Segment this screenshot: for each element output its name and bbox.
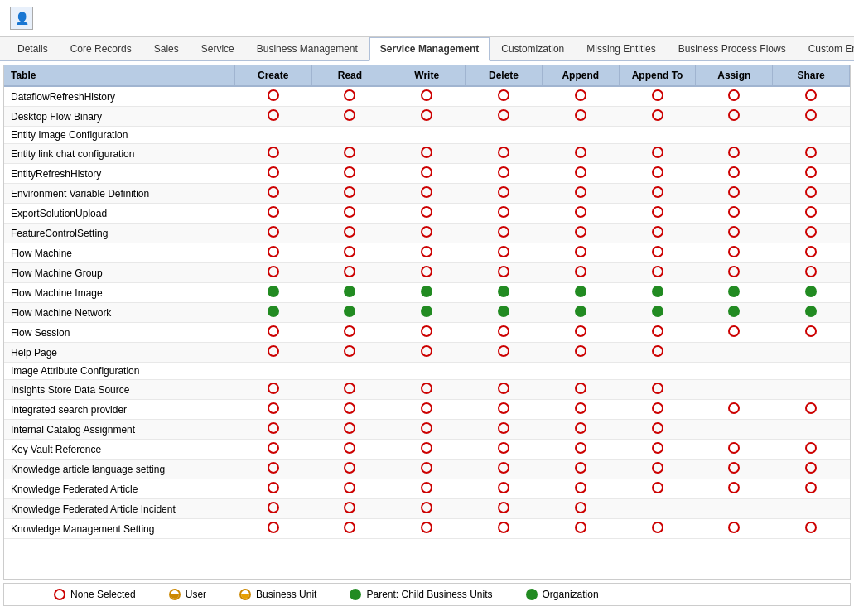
cell-assign[interactable] [696,107,773,127]
cell-append[interactable] [542,519,619,539]
circle-none[interactable] [652,383,663,394]
circle-none[interactable] [652,422,663,434]
cell-create[interactable] [234,164,311,184]
cell-appendTo[interactable] [619,283,696,303]
cell-append[interactable] [542,184,619,204]
circle-none[interactable] [805,522,817,533]
cell-delete[interactable] [466,144,543,164]
cell-create[interactable] [234,440,311,460]
circle-none[interactable] [575,325,586,337]
circle-none[interactable] [728,186,740,198]
cell-delete[interactable] [466,499,543,519]
circle-org[interactable] [268,306,279,317]
circle-none[interactable] [575,206,586,218]
cell-appendTo[interactable] [619,380,696,400]
cell-create[interactable] [234,420,311,440]
cell-appendTo[interactable] [619,184,696,204]
circle-none[interactable] [805,89,817,101]
circle-none[interactable] [575,89,586,101]
circle-none[interactable] [421,522,432,533]
circle-none[interactable] [805,266,817,277]
cell-append[interactable] [542,380,619,400]
circle-none[interactable] [498,226,509,238]
cell-append[interactable] [542,440,619,460]
cell-delete[interactable] [466,263,543,283]
cell-write[interactable] [388,184,466,204]
circle-none[interactable] [268,226,279,238]
cell-create[interactable] [234,343,311,363]
circle-none[interactable] [498,402,509,414]
circle-none[interactable] [805,147,817,158]
circle-none[interactable] [344,482,355,493]
cell-assign[interactable] [696,460,773,479]
circle-none[interactable] [575,422,586,434]
cell-read[interactable] [311,263,388,283]
circle-none[interactable] [575,522,586,533]
circle-none[interactable] [268,422,279,434]
circle-none[interactable] [805,109,817,121]
circle-none[interactable] [805,325,817,337]
circle-none[interactable] [498,442,509,454]
cell-appendTo[interactable] [619,479,696,499]
circle-none[interactable] [421,442,432,454]
tab-customization[interactable]: Customization [490,37,575,60]
circle-none[interactable] [421,166,432,178]
cell-write[interactable] [388,323,466,343]
cell-appendTo[interactable] [619,440,696,460]
circle-none[interactable] [268,325,279,337]
cell-delete[interactable] [466,164,543,184]
circle-none[interactable] [344,266,355,277]
circle-none[interactable] [498,345,509,357]
circle-none[interactable] [652,482,663,493]
cell-create[interactable] [234,303,311,323]
cell-delete[interactable] [466,380,543,400]
circle-none[interactable] [575,246,586,257]
cell-appendTo[interactable] [619,519,696,539]
cell-appendTo[interactable] [619,86,696,107]
circle-none[interactable] [421,325,432,337]
cell-appendTo[interactable] [619,144,696,164]
circle-none[interactable] [728,442,740,454]
circle-none[interactable] [498,166,509,178]
cell-append[interactable] [542,164,619,184]
cell-create[interactable] [234,184,311,204]
circle-none[interactable] [805,462,817,474]
circle-none[interactable] [652,462,663,474]
circle-none[interactable] [421,186,432,198]
cell-share[interactable] [773,144,850,164]
circle-org[interactable] [268,286,279,297]
cell-append[interactable] [542,107,619,127]
circle-none[interactable] [421,147,432,158]
circle-none[interactable] [344,422,355,434]
cell-share[interactable] [773,224,850,243]
cell-read[interactable] [311,164,388,184]
cell-read[interactable] [311,400,388,420]
circle-none[interactable] [652,166,663,178]
cell-append[interactable] [542,283,619,303]
cell-share[interactable] [773,283,850,303]
circle-none[interactable] [575,383,586,394]
circle-none[interactable] [421,422,432,434]
cell-delete[interactable] [466,420,543,440]
circle-none[interactable] [268,402,279,414]
circle-org[interactable] [344,286,355,297]
cell-share[interactable] [773,86,850,107]
circle-none[interactable] [344,502,355,513]
cell-appendTo[interactable] [619,204,696,224]
cell-append[interactable] [542,144,619,164]
circle-none[interactable] [268,522,279,533]
cell-read[interactable] [311,224,388,243]
cell-read[interactable] [311,479,388,499]
circle-none[interactable] [575,147,586,158]
circle-none[interactable] [421,482,432,493]
circle-none[interactable] [344,345,355,357]
cell-append[interactable] [542,499,619,519]
cell-append[interactable] [542,224,619,243]
cell-write[interactable] [388,263,466,283]
circle-org[interactable] [805,286,817,297]
circle-none[interactable] [498,325,509,337]
circle-none[interactable] [575,482,586,493]
circle-none[interactable] [344,226,355,238]
cell-read[interactable] [311,107,388,127]
circle-none[interactable] [575,186,586,198]
